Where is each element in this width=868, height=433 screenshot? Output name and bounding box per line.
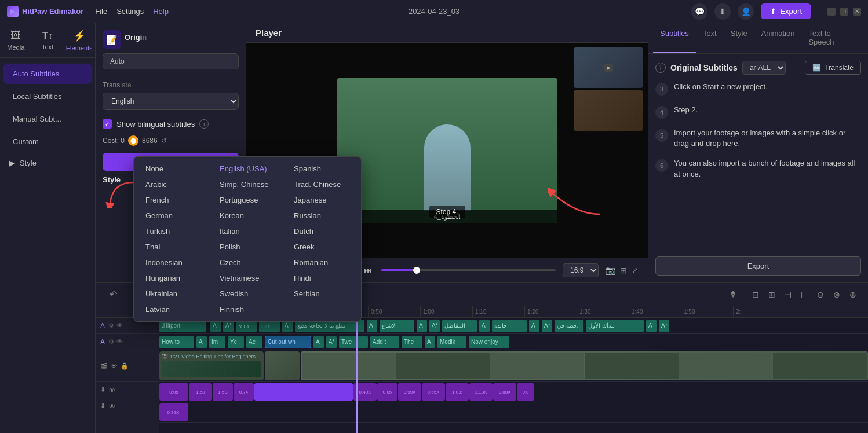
zoom-out-icon[interactable]: ⊖ (815, 288, 826, 302)
audio-clip-13[interactable]: 0:0 (517, 383, 534, 401)
lang-thai[interactable]: Thai (138, 240, 208, 254)
magnet-icon[interactable]: ⚙ (108, 322, 114, 329)
crop-icon[interactable]: ⊞ (620, 266, 627, 275)
clip-hayida[interactable]: حايدة (492, 320, 527, 332)
clip-a7[interactable]: A (479, 320, 490, 332)
clip-ashae[interactable]: الاشاع (380, 320, 414, 332)
lang-trad-chinese[interactable]: Trad. Chinese (287, 177, 356, 192)
lang-polish[interactable]: Polish (213, 240, 282, 254)
lang-indonesian[interactable]: Indonesian (138, 255, 208, 270)
clip-qatuh[interactable]: قطه في. (555, 320, 583, 332)
tab-text[interactable]: Text (696, 23, 724, 53)
lang-french[interactable]: French (138, 193, 208, 207)
translate-select[interactable]: English French German (103, 93, 239, 110)
clip-a-en4[interactable]: A (425, 336, 435, 348)
clip-cutout[interactable]: Cut out wh (265, 336, 311, 348)
audio-clip-5[interactable] (254, 383, 353, 401)
minimize-button[interactable]: — (827, 8, 836, 16)
microphone-icon[interactable]: 🎙 (727, 288, 740, 302)
audio-clip-4[interactable]: 0.74 (234, 383, 254, 401)
align-left-icon[interactable]: ⊣ (782, 288, 794, 302)
tab-text-to-speech[interactable]: Text to Speech (801, 23, 863, 53)
audio-clip-10[interactable]: 1.03: (446, 383, 469, 401)
lang-italian[interactable]: Italian (213, 224, 282, 238)
audio2-expand-icon[interactable]: ⬇ (100, 402, 105, 410)
video-clip-main[interactable]: 🎬 1:21 Video Editing Tips for Beginners (159, 351, 264, 380)
forward-button[interactable]: ⏭ (362, 263, 374, 277)
sidebar-item-local-subtitles[interactable]: Local Subtitles (3, 86, 92, 107)
lang-romanian[interactable]: Romanian (287, 255, 356, 270)
lang-ukrainian[interactable]: Ukrainian (138, 287, 208, 301)
bilingual-checkbox[interactable]: ✓ (103, 119, 112, 129)
lang-russian[interactable]: Russian (287, 208, 356, 223)
clip-a11[interactable]: A* (659, 320, 669, 332)
track-label-icon-eye[interactable]: 👁 (111, 362, 117, 369)
video-clip-2[interactable] (265, 351, 300, 380)
audio-clip-1[interactable]: 0:05 (159, 383, 188, 401)
lang-german[interactable]: German (138, 208, 208, 223)
join-clips-icon[interactable]: ⊟ (750, 288, 761, 302)
clip-nowenjoy[interactable]: Now enjoy (469, 336, 509, 348)
lang-spanish[interactable]: Spanish (287, 162, 356, 176)
audio-clip-2[interactable]: 1.58 (189, 383, 212, 401)
clip-the[interactable]: The (402, 336, 422, 348)
audio-clip-12[interactable]: 0.88X (493, 383, 516, 401)
lang-greek[interactable]: Greek (287, 240, 356, 254)
audio2-clip-1[interactable]: 0.92X! (159, 403, 188, 421)
menu-help[interactable]: Help (153, 7, 169, 16)
lang-turkish[interactable]: Turkish (138, 224, 208, 238)
tab-subtitles[interactable]: Subtitles (653, 23, 696, 53)
tab-style[interactable]: Style (724, 23, 754, 53)
fullscreen-icon[interactable]: ⤢ (632, 266, 639, 275)
audio-expand-icon[interactable]: ⬇ (100, 386, 105, 394)
lang-english-usa[interactable]: English (USA) (213, 162, 282, 176)
lang-latvian[interactable]: Latvian (138, 302, 208, 317)
split-clips-icon[interactable]: ⊞ (766, 288, 778, 302)
auto-detect-button[interactable]: Auto (103, 53, 239, 69)
sidebar-tab-elements[interactable]: ⚡ Elements (63, 23, 95, 57)
magnet2-icon[interactable]: ⚙ (108, 338, 114, 346)
clip-howto[interactable]: How to (159, 336, 194, 348)
menu-settings[interactable]: Settings (116, 7, 144, 16)
clip-a-en1[interactable]: A (196, 336, 207, 348)
chat-icon[interactable]: 💬 (691, 3, 707, 20)
lang-dutch[interactable]: Dutch (287, 224, 356, 238)
clip-ac[interactable]: Ac (246, 336, 262, 348)
clip-twe[interactable]: Twe (339, 336, 368, 348)
tab-animation[interactable]: Animation (754, 23, 802, 53)
lang-serbian[interactable]: Serbian (287, 287, 356, 301)
lang-portuguese[interactable]: Portuguese (213, 193, 282, 207)
refresh-icon[interactable]: ↺ (161, 137, 167, 145)
lang-finnish[interactable]: Finnish (213, 302, 282, 317)
audio-clip-8[interactable]: 0.99X (398, 383, 421, 401)
clip-addt[interactable]: Add t (370, 336, 399, 348)
lang-japanese[interactable]: Japanese (287, 193, 356, 207)
lang-hungarian[interactable]: Hungarian (138, 271, 208, 285)
translate-button[interactable]: 🔤 Translate (805, 61, 861, 75)
chain-icon[interactable]: ⊗ (831, 288, 843, 302)
lang-czech[interactable]: Czech (213, 255, 282, 270)
audio2-eye-icon[interactable]: 👁 (109, 403, 115, 410)
close-button[interactable]: ✕ (853, 8, 861, 16)
sidebar-item-style[interactable]: ▶ Style (0, 153, 95, 173)
clip-a-en2[interactable]: A (313, 336, 324, 348)
video-clip-3[interactable] (301, 351, 868, 380)
audio-clip-11[interactable]: 1.18X (469, 383, 493, 401)
screenshot-icon[interactable]: 📷 (606, 266, 615, 275)
lang-vietnamese[interactable]: Vietnamese (213, 271, 282, 285)
clip-a-en3[interactable]: A* (326, 336, 337, 348)
sidebar-tab-text[interactable]: T↕ Text (32, 23, 64, 57)
clip-yc[interactable]: Yc (228, 336, 244, 348)
lang-korean[interactable]: Korean (213, 208, 282, 223)
lang-hindi[interactable]: Hindi (287, 271, 356, 285)
lang-simp-chinese[interactable]: Simp. Chinese (213, 177, 282, 192)
eye-icon[interactable]: 👁 (116, 322, 123, 329)
clip-a9[interactable]: A* (542, 320, 552, 332)
ratio-select[interactable]: 16:9 (563, 263, 599, 277)
clip-maqatil[interactable]: المقاطل (442, 320, 477, 332)
sidebar-tab-media[interactable]: 🖼 Media (0, 23, 32, 57)
clip-a5[interactable]: A (417, 320, 427, 332)
audio-clip-7[interactable]: 0:05 (377, 383, 397, 401)
clip-awwal[interactable]: يبدأك الأول (586, 320, 644, 332)
sidebar-item-auto-subtitles[interactable]: Auto Subtitles (3, 64, 92, 84)
